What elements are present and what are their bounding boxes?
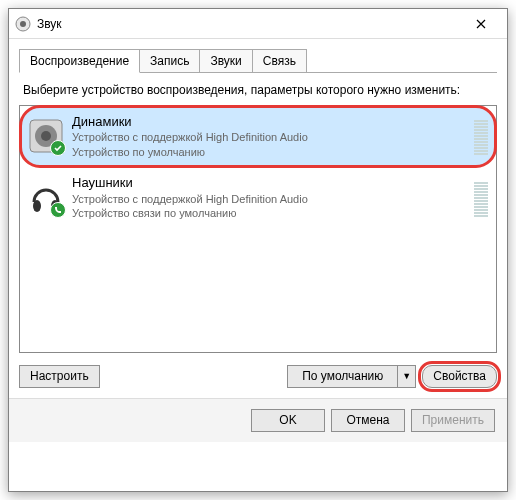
device-row-speakers[interactable]: Динамики Устройство с поддержкой High De… [20, 106, 496, 167]
close-button[interactable] [461, 10, 501, 38]
dialog-footer: OK Отмена Применить [9, 398, 507, 442]
titlebar: Звук [9, 9, 507, 39]
dialog-content: Воспроизведение Запись Звуки Связь Выбер… [9, 39, 507, 398]
device-subtitle: Устройство с поддержкой High Definition … [72, 192, 468, 206]
ok-button[interactable]: OK [251, 409, 325, 432]
sound-icon [15, 16, 31, 32]
cancel-button[interactable]: Отмена [331, 409, 405, 432]
device-text: Динамики Устройство с поддержкой High De… [72, 114, 468, 159]
bottom-controls: Настроить По умолчанию ▼ Свойства [19, 365, 497, 388]
speaker-icon [28, 118, 64, 154]
device-subtitle: Устройство с поддержкой High Definition … [72, 130, 468, 144]
chevron-down-icon[interactable]: ▼ [397, 366, 415, 387]
window-title: Звук [37, 17, 62, 31]
tab-communication[interactable]: Связь [252, 49, 307, 72]
device-title: Динамики [72, 114, 468, 131]
properties-button[interactable]: Свойства [422, 365, 497, 388]
device-title: Наушники [72, 175, 468, 192]
phone-badge-icon [50, 202, 66, 218]
device-text: Наушники Устройство с поддержкой High De… [72, 175, 468, 220]
default-label: По умолчанию [288, 369, 397, 383]
tab-recording[interactable]: Запись [139, 49, 200, 72]
svg-point-1 [20, 21, 26, 27]
svg-point-4 [41, 131, 51, 141]
tab-strip: Воспроизведение Запись Звуки Связь [19, 49, 497, 73]
tab-sounds[interactable]: Звуки [199, 49, 252, 72]
configure-button[interactable]: Настроить [19, 365, 100, 388]
device-status: Устройство по умолчанию [72, 145, 468, 159]
level-meter [474, 117, 488, 155]
device-row-headphones[interactable]: Наушники Устройство с поддержкой High De… [20, 167, 496, 228]
sound-dialog: Звук Воспроизведение Запись Звуки Связь … [8, 8, 508, 492]
instruction-text: Выберите устройство воспроизведения, пар… [23, 83, 493, 99]
svg-point-5 [33, 200, 41, 212]
level-meter [474, 179, 488, 217]
apply-button[interactable]: Применить [411, 409, 495, 432]
device-list[interactable]: Динамики Устройство с поддержкой High De… [19, 105, 497, 353]
default-dropdown[interactable]: По умолчанию ▼ [287, 365, 416, 388]
headphones-icon [28, 180, 64, 216]
device-status: Устройство связи по умолчанию [72, 206, 468, 220]
tab-playback[interactable]: Воспроизведение [19, 49, 140, 73]
